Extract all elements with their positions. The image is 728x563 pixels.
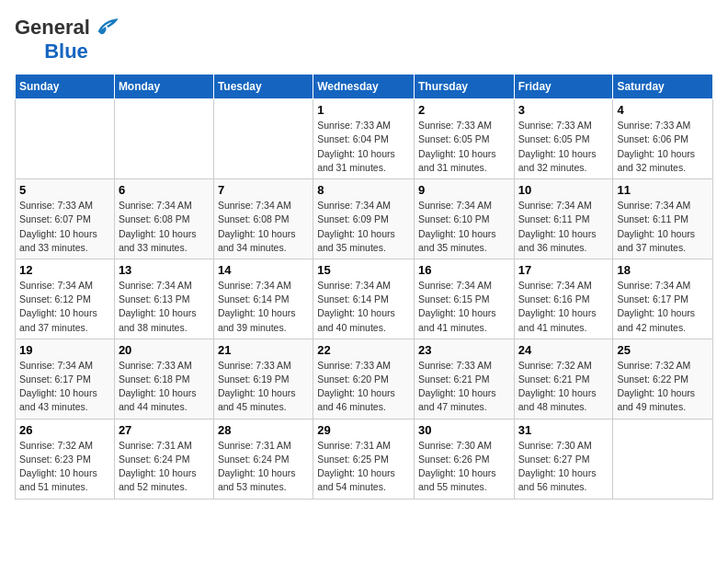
day-cell-21: 21Sunrise: 7:33 AM Sunset: 6:19 PM Dayli… <box>213 339 313 419</box>
day-info: Sunrise: 7:34 AM Sunset: 6:11 PM Dayligh… <box>518 199 609 255</box>
day-number: 16 <box>418 263 510 277</box>
day-info: Sunrise: 7:34 AM Sunset: 6:12 PM Dayligh… <box>19 279 110 335</box>
day-number: 22 <box>317 343 410 357</box>
day-header-monday: Monday <box>114 75 213 99</box>
day-cell-6: 6Sunrise: 7:34 AM Sunset: 6:08 PM Daylig… <box>114 179 213 259</box>
day-info: Sunrise: 7:33 AM Sunset: 6:06 PM Dayligh… <box>617 119 709 175</box>
day-number: 30 <box>418 423 510 437</box>
empty-cell <box>114 99 213 179</box>
day-cell-8: 8Sunrise: 7:34 AM Sunset: 6:09 PM Daylig… <box>313 179 415 259</box>
day-cell-28: 28Sunrise: 7:31 AM Sunset: 6:24 PM Dayli… <box>213 419 313 499</box>
day-info: Sunrise: 7:33 AM Sunset: 6:07 PM Dayligh… <box>19 199 110 255</box>
day-header-friday: Friday <box>514 75 613 99</box>
day-info: Sunrise: 7:34 AM Sunset: 6:14 PM Dayligh… <box>218 279 309 335</box>
day-number: 14 <box>218 263 309 277</box>
week-row-1: 1Sunrise: 7:33 AM Sunset: 6:04 PM Daylig… <box>16 99 713 179</box>
day-info: Sunrise: 7:34 AM Sunset: 6:08 PM Dayligh… <box>218 199 309 255</box>
day-info: Sunrise: 7:32 AM Sunset: 6:22 PM Dayligh… <box>617 359 709 415</box>
day-info: Sunrise: 7:32 AM Sunset: 6:23 PM Dayligh… <box>19 439 110 495</box>
day-cell-22: 22Sunrise: 7:33 AM Sunset: 6:20 PM Dayli… <box>313 339 415 419</box>
day-info: Sunrise: 7:30 AM Sunset: 6:26 PM Dayligh… <box>418 439 510 495</box>
day-cell-15: 15Sunrise: 7:34 AM Sunset: 6:14 PM Dayli… <box>313 259 415 339</box>
day-info: Sunrise: 7:33 AM Sunset: 6:04 PM Dayligh… <box>317 119 410 175</box>
day-number: 1 <box>317 103 410 117</box>
week-row-2: 5Sunrise: 7:33 AM Sunset: 6:07 PM Daylig… <box>16 179 713 259</box>
week-row-5: 26Sunrise: 7:32 AM Sunset: 6:23 PM Dayli… <box>16 419 713 499</box>
day-info: Sunrise: 7:33 AM Sunset: 6:05 PM Dayligh… <box>418 119 510 175</box>
day-number: 18 <box>617 263 709 277</box>
day-number: 7 <box>218 183 309 197</box>
day-number: 5 <box>19 183 110 197</box>
day-info: Sunrise: 7:33 AM Sunset: 6:21 PM Dayligh… <box>418 359 510 415</box>
day-cell-18: 18Sunrise: 7:34 AM Sunset: 6:17 PM Dayli… <box>613 259 713 339</box>
day-number: 3 <box>518 103 609 117</box>
day-cell-26: 26Sunrise: 7:32 AM Sunset: 6:23 PM Dayli… <box>16 419 115 499</box>
empty-cell <box>213 99 313 179</box>
day-number: 23 <box>418 343 510 357</box>
day-header-tuesday: Tuesday <box>213 75 313 99</box>
day-cell-4: 4Sunrise: 7:33 AM Sunset: 6:06 PM Daylig… <box>613 99 713 179</box>
day-cell-5: 5Sunrise: 7:33 AM Sunset: 6:07 PM Daylig… <box>16 179 115 259</box>
day-number: 19 <box>19 343 110 357</box>
day-info: Sunrise: 7:33 AM Sunset: 6:20 PM Dayligh… <box>317 359 410 415</box>
day-number: 8 <box>317 183 410 197</box>
day-info: Sunrise: 7:34 AM Sunset: 6:10 PM Dayligh… <box>418 199 510 255</box>
logo-general-text: General <box>15 17 90 39</box>
day-info: Sunrise: 7:34 AM Sunset: 6:14 PM Dayligh… <box>317 279 410 335</box>
day-number: 4 <box>617 103 709 117</box>
day-info: Sunrise: 7:34 AM Sunset: 6:17 PM Dayligh… <box>19 359 110 415</box>
day-info: Sunrise: 7:34 AM Sunset: 6:15 PM Dayligh… <box>418 279 510 335</box>
day-number: 25 <box>617 343 709 357</box>
day-info: Sunrise: 7:34 AM Sunset: 6:08 PM Dayligh… <box>119 199 210 255</box>
day-cell-19: 19Sunrise: 7:34 AM Sunset: 6:17 PM Dayli… <box>16 339 115 419</box>
day-number: 28 <box>218 423 309 437</box>
day-cell-20: 20Sunrise: 7:33 AM Sunset: 6:18 PM Dayli… <box>114 339 213 419</box>
day-number: 31 <box>518 423 609 437</box>
day-number: 9 <box>418 183 510 197</box>
day-number: 15 <box>317 263 410 277</box>
day-info: Sunrise: 7:30 AM Sunset: 6:27 PM Dayligh… <box>518 439 609 495</box>
day-cell-1: 1Sunrise: 7:33 AM Sunset: 6:04 PM Daylig… <box>313 99 415 179</box>
day-info: Sunrise: 7:34 AM Sunset: 6:17 PM Dayligh… <box>617 279 709 335</box>
header-row: SundayMondayTuesdayWednesdayThursdayFrid… <box>16 75 713 99</box>
day-header-thursday: Thursday <box>414 75 514 99</box>
day-cell-16: 16Sunrise: 7:34 AM Sunset: 6:15 PM Dayli… <box>414 259 514 339</box>
empty-cell <box>16 99 115 179</box>
day-info: Sunrise: 7:34 AM Sunset: 6:13 PM Dayligh… <box>119 279 210 335</box>
week-row-3: 12Sunrise: 7:34 AM Sunset: 6:12 PM Dayli… <box>16 259 713 339</box>
day-info: Sunrise: 7:31 AM Sunset: 6:24 PM Dayligh… <box>218 439 309 495</box>
day-number: 20 <box>119 343 210 357</box>
day-cell-24: 24Sunrise: 7:32 AM Sunset: 6:21 PM Dayli… <box>514 339 613 419</box>
day-number: 6 <box>119 183 210 197</box>
day-cell-13: 13Sunrise: 7:34 AM Sunset: 6:13 PM Dayli… <box>114 259 213 339</box>
day-number: 26 <box>19 423 110 437</box>
day-info: Sunrise: 7:31 AM Sunset: 6:25 PM Dayligh… <box>317 439 410 495</box>
day-number: 27 <box>119 423 210 437</box>
day-number: 21 <box>218 343 309 357</box>
day-info: Sunrise: 7:34 AM Sunset: 6:11 PM Dayligh… <box>617 199 709 255</box>
day-cell-14: 14Sunrise: 7:34 AM Sunset: 6:14 PM Dayli… <box>213 259 313 339</box>
day-number: 12 <box>19 263 110 277</box>
day-header-wednesday: Wednesday <box>313 75 415 99</box>
day-info: Sunrise: 7:33 AM Sunset: 6:19 PM Dayligh… <box>218 359 309 415</box>
day-cell-30: 30Sunrise: 7:30 AM Sunset: 6:26 PM Dayli… <box>414 419 514 499</box>
logo-blue-text: Blue <box>44 40 88 63</box>
week-row-4: 19Sunrise: 7:34 AM Sunset: 6:17 PM Dayli… <box>16 339 713 419</box>
day-number: 29 <box>317 423 410 437</box>
empty-cell <box>613 419 713 499</box>
day-cell-27: 27Sunrise: 7:31 AM Sunset: 6:24 PM Dayli… <box>114 419 213 499</box>
page-header: General Blue <box>15 15 713 63</box>
day-cell-10: 10Sunrise: 7:34 AM Sunset: 6:11 PM Dayli… <box>514 179 613 259</box>
calendar-table: SundayMondayTuesdayWednesdayThursdayFrid… <box>15 74 713 499</box>
day-cell-9: 9Sunrise: 7:34 AM Sunset: 6:10 PM Daylig… <box>414 179 514 259</box>
day-info: Sunrise: 7:33 AM Sunset: 6:18 PM Dayligh… <box>119 359 210 415</box>
day-number: 17 <box>518 263 609 277</box>
day-cell-23: 23Sunrise: 7:33 AM Sunset: 6:21 PM Dayli… <box>414 339 514 419</box>
day-cell-3: 3Sunrise: 7:33 AM Sunset: 6:05 PM Daylig… <box>514 99 613 179</box>
day-info: Sunrise: 7:34 AM Sunset: 6:16 PM Dayligh… <box>518 279 609 335</box>
day-number: 24 <box>518 343 609 357</box>
day-cell-7: 7Sunrise: 7:34 AM Sunset: 6:08 PM Daylig… <box>213 179 313 259</box>
day-cell-12: 12Sunrise: 7:34 AM Sunset: 6:12 PM Dayli… <box>16 259 115 339</box>
day-number: 10 <box>518 183 609 197</box>
logo-bird-icon <box>92 15 118 40</box>
